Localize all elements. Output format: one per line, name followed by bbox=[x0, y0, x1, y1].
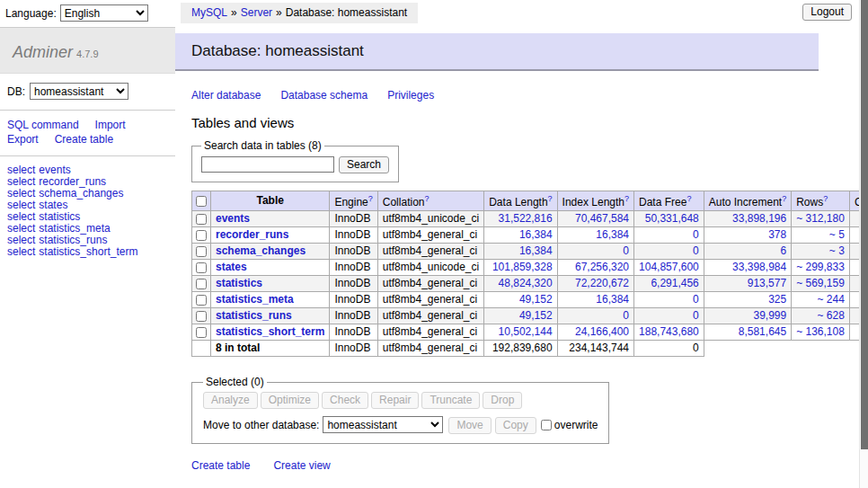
index-length-cell[interactable]: 24,166,400 bbox=[557, 324, 633, 341]
table-name-link[interactable]: statistics_meta bbox=[216, 293, 294, 306]
select-table-link[interactable]: select bbox=[7, 210, 35, 223]
data-free-cell[interactable]: 0 bbox=[634, 227, 704, 244]
auto-increment-cell[interactable]: 325 bbox=[704, 292, 791, 308]
export-link[interactable]: Export bbox=[7, 133, 39, 146]
search-button[interactable]: Search bbox=[339, 156, 389, 173]
data-length-cell[interactable]: 10,502,144 bbox=[484, 324, 557, 341]
vertical-scrollbar[interactable] bbox=[859, 0, 868, 488]
auto-increment-cell[interactable]: 33,398,984 bbox=[704, 260, 791, 276]
data-free-cell[interactable]: 188,743,680 bbox=[634, 324, 704, 341]
row-checkbox[interactable] bbox=[196, 246, 207, 257]
table-link[interactable]: schema_changes bbox=[39, 187, 123, 200]
repair-button[interactable]: Repair bbox=[371, 392, 419, 409]
rows-count-cell[interactable]: ~ 312,180 bbox=[792, 211, 850, 227]
data-length-cell[interactable]: 49,152 bbox=[484, 308, 557, 324]
move-database-select[interactable]: homeassistant bbox=[323, 416, 443, 433]
sql-command-link[interactable]: SQL command bbox=[7, 119, 79, 131]
select-table-link[interactable]: select bbox=[7, 245, 35, 258]
rows-count-cell[interactable]: ~ 5 bbox=[792, 227, 850, 244]
select-all-checkbox[interactable] bbox=[196, 196, 207, 207]
select-table-link[interactable]: select bbox=[7, 187, 35, 200]
table-name-link[interactable]: recorder_runs bbox=[216, 228, 288, 241]
auto-increment-cell[interactable]: 6 bbox=[704, 244, 791, 260]
index-length-cell[interactable]: 0 bbox=[557, 244, 633, 260]
data-length-cell[interactable]: 101,859,328 bbox=[484, 260, 557, 276]
table-name-link[interactable]: events bbox=[216, 212, 250, 225]
privileges-link[interactable]: Privileges bbox=[387, 89, 434, 102]
select-table-link[interactable]: select bbox=[7, 199, 35, 211]
column-help-link[interactable]: ? bbox=[823, 194, 828, 203]
auto-increment-cell[interactable]: 913,577 bbox=[704, 276, 791, 292]
row-checkbox[interactable] bbox=[196, 262, 207, 273]
index-length-cell[interactable]: 72,220,672 bbox=[557, 276, 633, 292]
rows-count-cell[interactable]: ~ 569,159 bbox=[792, 276, 850, 292]
table-link[interactable]: statistics_meta bbox=[39, 222, 110, 235]
optimize-button[interactable]: Optimize bbox=[261, 392, 319, 409]
alter-database-link[interactable]: Alter database bbox=[191, 89, 261, 102]
breadcrumb-mysql-link[interactable]: MySQL bbox=[191, 6, 227, 19]
select-table-link[interactable]: select bbox=[7, 222, 35, 235]
create-table-link-sidebar[interactable]: Create table bbox=[55, 133, 113, 146]
data-length-cell[interactable]: 16,384 bbox=[484, 244, 557, 260]
rows-count-cell[interactable]: ~ 3 bbox=[792, 244, 850, 260]
auto-increment-cell[interactable]: 8,581,645 bbox=[704, 324, 791, 341]
drop-button[interactable]: Drop bbox=[483, 392, 522, 409]
column-help-link[interactable]: ? bbox=[548, 194, 553, 203]
copy-button[interactable]: Copy bbox=[495, 417, 536, 434]
rows-count-cell[interactable]: ~ 136,108 bbox=[792, 324, 850, 341]
create-view-link[interactable]: Create view bbox=[273, 459, 330, 472]
analyze-button[interactable]: Analyze bbox=[203, 392, 258, 409]
data-free-cell[interactable]: 6,291,456 bbox=[634, 276, 704, 292]
column-help-link[interactable]: ? bbox=[424, 194, 429, 203]
table-name-link[interactable]: statistics_runs bbox=[216, 309, 292, 322]
auto-increment-cell[interactable]: 378 bbox=[704, 227, 791, 244]
import-link[interactable]: Import bbox=[95, 119, 126, 131]
data-free-cell[interactable]: 0 bbox=[634, 244, 704, 260]
index-length-cell[interactable]: 67,256,320 bbox=[557, 260, 633, 276]
table-link[interactable]: statistics_runs bbox=[39, 234, 107, 246]
index-length-cell[interactable]: 70,467,584 bbox=[557, 211, 633, 227]
column-help-link[interactable]: ? bbox=[686, 194, 691, 203]
select-table-link[interactable]: select bbox=[7, 175, 35, 188]
logout-button[interactable]: Logout bbox=[802, 4, 852, 21]
data-length-cell[interactable]: 16,384 bbox=[484, 227, 557, 244]
scrollbar-thumb[interactable] bbox=[861, 0, 868, 449]
index-length-cell[interactable]: 16,384 bbox=[557, 292, 633, 308]
table-name-link[interactable]: schema_changes bbox=[216, 244, 306, 257]
table-name-link[interactable]: states bbox=[216, 261, 247, 273]
row-checkbox[interactable] bbox=[196, 311, 207, 322]
column-help-link[interactable]: ? bbox=[782, 194, 786, 203]
rows-count-cell[interactable]: ~ 299,833 bbox=[792, 260, 850, 276]
table-name-link[interactable]: statistics_short_term bbox=[216, 325, 324, 338]
db-select[interactable]: homeassistant bbox=[30, 83, 128, 100]
language-select[interactable]: English bbox=[60, 4, 148, 22]
data-free-cell[interactable]: 0 bbox=[634, 292, 704, 308]
truncate-button[interactable]: Truncate bbox=[421, 392, 480, 409]
check-button[interactable]: Check bbox=[322, 392, 368, 409]
table-link[interactable]: statistics bbox=[39, 210, 80, 223]
data-free-cell[interactable]: 0 bbox=[634, 308, 704, 324]
data-free-cell[interactable]: 104,857,600 bbox=[634, 260, 704, 276]
table-link[interactable]: statistics_short_term bbox=[39, 245, 137, 258]
table-link[interactable]: recorder_runs bbox=[39, 175, 106, 188]
breadcrumb-server-link[interactable]: Server bbox=[241, 6, 272, 19]
select-table-link[interactable]: select bbox=[7, 234, 35, 246]
table-link[interactable]: events bbox=[39, 164, 70, 176]
index-length-cell[interactable]: 0 bbox=[557, 308, 633, 324]
move-button[interactable]: Move bbox=[448, 417, 491, 434]
auto-increment-cell[interactable]: 39,999 bbox=[704, 308, 791, 324]
column-help-link[interactable]: ? bbox=[368, 194, 373, 203]
data-free-cell[interactable]: 50,331,648 bbox=[634, 211, 704, 227]
column-help-link[interactable]: ? bbox=[624, 194, 629, 203]
row-checkbox[interactable] bbox=[196, 295, 207, 306]
table-name-link[interactable]: statistics bbox=[216, 277, 262, 289]
database-schema-link[interactable]: Database schema bbox=[280, 89, 368, 102]
rows-count-cell[interactable]: ~ 244 bbox=[792, 292, 850, 308]
rows-count-cell[interactable]: ~ 628 bbox=[792, 308, 850, 324]
create-table-link[interactable]: Create table bbox=[191, 459, 250, 472]
row-checkbox[interactable] bbox=[196, 279, 207, 289]
data-length-cell[interactable]: 49,152 bbox=[484, 292, 557, 308]
table-link[interactable]: states bbox=[39, 199, 67, 211]
data-length-cell[interactable]: 31,522,816 bbox=[484, 211, 557, 227]
data-length-cell[interactable]: 48,824,320 bbox=[484, 276, 557, 292]
